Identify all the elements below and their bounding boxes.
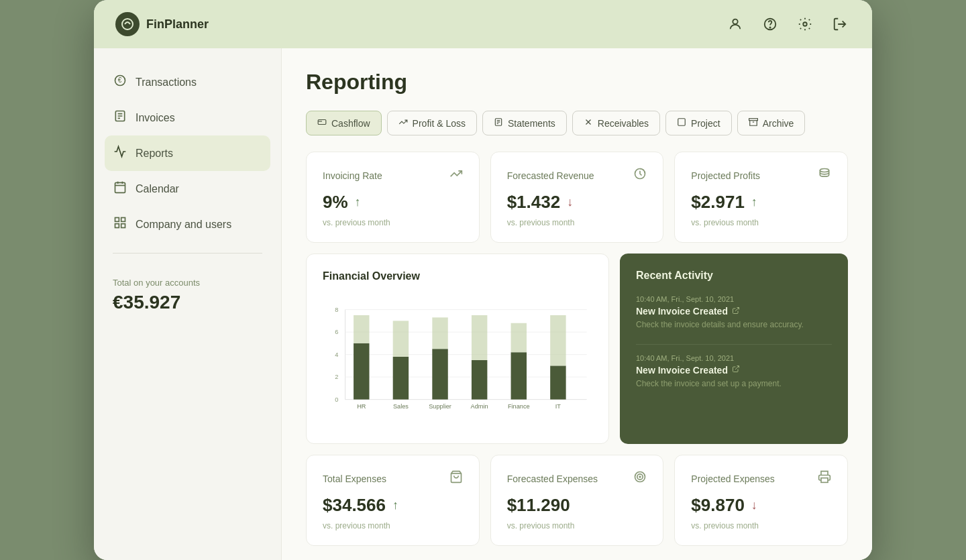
svg-text:Finance: Finance: [508, 403, 530, 410]
svg-rect-26: [749, 119, 757, 121]
user-icon[interactable]: [724, 13, 746, 35]
sidebar: € Transactions Invoices: [94, 48, 282, 560]
sidebar-item-invoices[interactable]: Invoices: [94, 100, 281, 135]
transactions-icon: €: [113, 74, 127, 91]
svg-rect-16: [121, 218, 125, 222]
stat-projected-profits: Projected Profits $2.971 ↑: [674, 152, 848, 243]
svg-text:IT: IT: [555, 403, 561, 410]
bottom-stats-row: Total Expenses $34.566 ↑ v: [306, 455, 848, 546]
company-icon: [113, 216, 127, 233]
tab-receivables[interactable]: Receivables: [572, 111, 660, 135]
svg-point-0: [122, 19, 133, 30]
svg-line-60: [735, 366, 739, 370]
svg-point-29: [820, 169, 828, 172]
app-window: FinPlanner: [94, 0, 872, 560]
activity-item-1: 10:40 AM, Fri., Sept. 10, 2021 New Invoi…: [636, 295, 832, 331]
svg-text:6: 6: [335, 329, 338, 335]
sidebar-account-total: Total on your accounts €35.927: [94, 270, 281, 321]
svg-text:Supplier: Supplier: [429, 403, 451, 410]
svg-rect-19: [318, 120, 326, 125]
tab-cashflow[interactable]: Cashflow: [306, 111, 382, 135]
svg-rect-54: [511, 323, 527, 353]
main-content: Reporting Cashflow: [282, 48, 872, 560]
tab-project[interactable]: Project: [665, 111, 732, 135]
svg-rect-17: [115, 224, 119, 228]
printer-icon: [818, 470, 831, 487]
arrow-up-icon: ↑: [355, 195, 361, 209]
logout-icon[interactable]: [829, 13, 851, 35]
sidebar-item-reports[interactable]: Reports: [105, 135, 270, 171]
tabs-bar: Cashflow Profit & Loss: [306, 111, 848, 135]
activity-divider: [636, 344, 832, 345]
trending-up-icon: [449, 167, 463, 184]
stat-projected-expenses: Projected Expenses $9.870 ↓: [674, 455, 848, 546]
arrow-up-icon-3: ↑: [392, 498, 398, 512]
svg-rect-15: [115, 218, 119, 222]
svg-text:HR: HR: [357, 403, 366, 410]
svg-rect-45: [393, 321, 409, 357]
logo: FinPlanner: [115, 12, 209, 36]
svg-text:2: 2: [335, 374, 338, 380]
svg-point-1: [733, 19, 737, 24]
receivables-tab-icon: [584, 117, 593, 129]
header-actions: [724, 13, 851, 35]
middle-row: Financial Overview 0: [306, 254, 848, 444]
svg-rect-11: [115, 182, 125, 192]
arrow-down-icon-2: ↓: [751, 498, 757, 512]
svg-rect-41: [354, 343, 369, 400]
svg-text:Admin: Admin: [471, 403, 488, 410]
svg-point-4: [803, 22, 807, 26]
svg-point-3: [769, 27, 770, 27]
stat-total-expenses: Total Expenses $34.566 ↑ v: [306, 455, 480, 546]
sidebar-divider: [113, 253, 262, 254]
tab-profit-loss[interactable]: Profit & Loss: [387, 111, 477, 135]
svg-rect-18: [121, 224, 125, 228]
reports-icon: [113, 145, 127, 162]
header: FinPlanner: [94, 0, 872, 48]
app-name: FinPlanner: [146, 17, 209, 32]
calendar-icon: [113, 180, 127, 197]
svg-line-59: [735, 307, 739, 311]
svg-rect-42: [354, 315, 369, 343]
statements-tab-icon: [494, 117, 503, 129]
tab-archive[interactable]: Archive: [737, 111, 806, 135]
svg-rect-57: [550, 315, 566, 366]
recent-activity-card: Recent Activity 10:40 AM, Fri., Sept. 10…: [620, 254, 848, 444]
sidebar-item-transactions[interactable]: € Transactions: [94, 64, 281, 100]
svg-text:4: 4: [335, 351, 338, 358]
bag-icon: [449, 470, 463, 487]
page-title: Reporting: [306, 70, 848, 95]
coins-icon: [818, 167, 831, 184]
logo-icon: [115, 12, 140, 36]
svg-text:0: 0: [335, 396, 338, 403]
stat-forecasted-expenses: Forecasted Expenses $11.290 vs. previo: [490, 455, 664, 546]
svg-rect-65: [821, 478, 828, 483]
top-stats-row: Invoicing Rate 9% ↑ vs. previous month: [306, 152, 848, 243]
cashflow-tab-icon: [317, 117, 327, 129]
help-icon[interactable]: [759, 13, 781, 35]
svg-text:Sales: Sales: [393, 403, 409, 410]
svg-rect-47: [432, 349, 447, 399]
profit-loss-tab-icon: [398, 117, 408, 129]
invoices-icon: [113, 109, 127, 126]
project-tab-icon: [677, 117, 686, 129]
svg-rect-53: [511, 352, 527, 399]
sidebar-item-calendar[interactable]: Calendar: [94, 171, 281, 207]
arrow-down-icon: ↓: [567, 195, 573, 209]
settings-icon[interactable]: [794, 13, 816, 35]
chart-card: Financial Overview 0: [306, 254, 609, 444]
svg-rect-48: [432, 317, 447, 349]
tab-statements[interactable]: Statements: [482, 111, 567, 135]
svg-point-64: [639, 476, 641, 478]
svg-rect-51: [472, 315, 487, 360]
stat-forecasted-revenue: Forecasted Revenue $1.432 ↓: [490, 152, 664, 243]
external-link-icon-1[interactable]: [732, 306, 740, 317]
svg-text:8: 8: [335, 306, 338, 313]
external-link-icon-2[interactable]: [732, 365, 740, 375]
archive-tab-icon: [749, 117, 758, 129]
svg-rect-50: [472, 360, 487, 400]
svg-text:€: €: [118, 76, 122, 84]
svg-rect-56: [550, 366, 566, 399]
bar-chart-area: 0 2 4 6 8 HR Sales: [323, 293, 592, 427]
sidebar-item-company[interactable]: Company and users: [94, 207, 281, 242]
